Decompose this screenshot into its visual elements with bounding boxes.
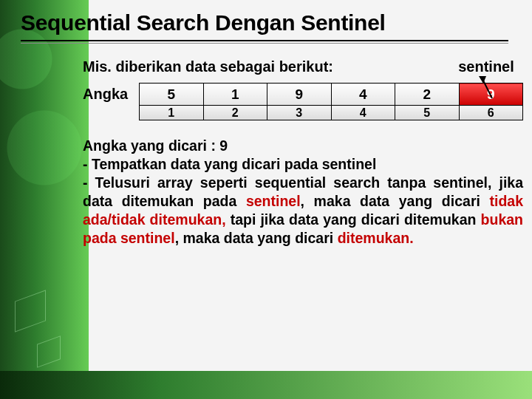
array-cell: 2 — [395, 83, 460, 106]
text-fragment: tapi jika data yang dicari ditemukan — [226, 211, 481, 228]
title-rule-thick — [21, 40, 508, 41]
array-index-row: 1 2 3 4 5 6 — [140, 106, 523, 120]
intro-text: Mis. diberikan data sebagai berikut: — [83, 58, 333, 75]
page-title: Sequential Search Dengan Sentinel — [21, 10, 511, 35]
array-table: 5 1 9 4 2 9 1 2 3 4 5 6 — [139, 83, 523, 120]
index-cell: 3 — [267, 106, 332, 120]
svg-marker-1 — [479, 76, 486, 83]
sentinel-label: sentinel — [449, 58, 523, 75]
index-cell: 2 — [203, 106, 267, 120]
array-cell: 4 — [331, 83, 395, 106]
explanation-line1: Angka yang dicari : 9 — [83, 137, 523, 155]
array-label: Angka — [83, 83, 139, 103]
array-cell: 1 — [203, 83, 267, 106]
slide-content: Sequential Search Dengan Sentinel Mis. d… — [0, 0, 532, 248]
title-rule-thin — [21, 43, 508, 44]
explanation-line2: - Tempatkan data yang dicari pada sentin… — [83, 155, 523, 174]
decorative-bottom-bar — [0, 371, 532, 399]
array-cell: 5 — [140, 83, 204, 106]
array-cell: 9 — [267, 83, 332, 106]
array-values-row: 5 1 9 4 2 9 — [140, 83, 523, 106]
highlight-sentinel: sentinel — [246, 193, 301, 209]
highlight-found: ditemukan. — [338, 230, 414, 246]
explanation-line3: - Telusuri array seperti sequential sear… — [83, 174, 523, 248]
explanation-text: Angka yang dicari : 9 - Tempatkan data y… — [83, 137, 523, 248]
text-fragment: , maka data yang dicari — [301, 193, 490, 209]
index-cell: 6 — [459, 106, 523, 120]
index-cell: 5 — [395, 106, 460, 120]
text-fragment: , maka data yang dicari — [175, 230, 338, 246]
sentinel-label-text: sentinel — [458, 58, 514, 75]
index-cell: 4 — [331, 106, 395, 120]
index-cell: 1 — [140, 106, 204, 120]
